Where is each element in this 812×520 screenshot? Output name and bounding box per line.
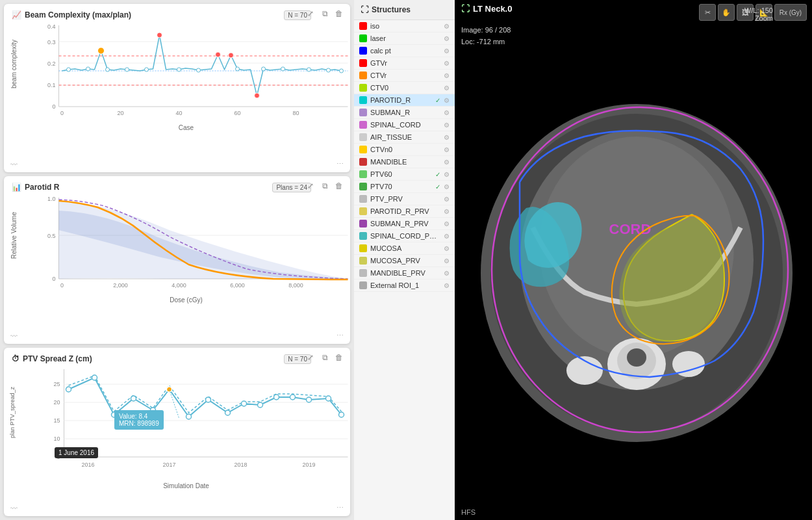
structure-ctvr[interactable]: CTVr ⚙: [354, 70, 455, 82]
gear-icon-laser[interactable]: ⚙: [444, 35, 450, 42]
copy-icon-2[interactable]: ⧉: [319, 181, 331, 190]
delete-icon-2[interactable]: 🗑: [333, 181, 345, 190]
structure-parotid-r[interactable]: PAROTID_R ✓ ⚙: [354, 94, 455, 107]
ct-image-container: CORD: [455, 0, 812, 520]
svg-text:0.3: 0.3: [47, 39, 56, 46]
ptv-spread-ylabel: plan PTV_spread_z: [9, 387, 16, 438]
gear-icon-calcpt[interactable]: ⚙: [444, 47, 450, 55]
ct-bottom-label: HFS: [461, 508, 476, 516]
svg-point-61: [225, 410, 231, 415]
structure-gtvr[interactable]: GTVr ⚙: [354, 57, 455, 70]
svg-text:25: 25: [53, 381, 60, 387]
gear-icon-mucosa[interactable]: ⚙: [444, 245, 450, 252]
structure-color-spinal-cord: [359, 121, 367, 129]
structure-laser[interactable]: laser ⚙: [354, 32, 455, 45]
expand-dots-3[interactable]: ⋯: [336, 504, 344, 512]
structure-spinal-cord[interactable]: SPINAL_CORD ⚙: [354, 119, 455, 131]
svg-text:0.1: 0.1: [47, 82, 56, 88]
svg-text:0: 0: [60, 110, 64, 116]
structure-ptv-prv[interactable]: PTV_PRV ⚙: [354, 193, 455, 205]
structure-color-air-tissue: [359, 133, 367, 141]
structure-air-tissue[interactable]: AIR_TISSUE ⚙: [354, 131, 455, 144]
structure-iso[interactable]: iso ⚙: [354, 20, 455, 32]
structure-parotid-r-prv[interactable]: PAROTID_R_PRV ⚙: [354, 205, 455, 218]
ptv-spread-chart: 5 10 15 20 25 2016 2017 2018 2019: [30, 366, 361, 476]
svg-text:80: 80: [292, 110, 299, 116]
svg-text:1.0: 1.0: [47, 196, 56, 202]
copy-icon[interactable]: ⧉: [319, 9, 331, 18]
structure-spinal-cord-prv3[interactable]: SPINAL_CORD_PRV3 ⚙: [354, 230, 455, 242]
gear-icon-ptv60[interactable]: ⚙: [444, 171, 450, 178]
svg-text:0.5: 0.5: [47, 233, 56, 239]
structures-list[interactable]: iso ⚙ laser ⚙ calc pt ⚙ GTVr ⚙ CTVr: [354, 20, 455, 520]
copy-icon-3[interactable]: ⧉: [319, 353, 331, 362]
structure-calcpt[interactable]: calc pt ⚙: [354, 45, 455, 57]
structure-subman-r[interactable]: SUBMAN_R ⚙: [354, 107, 455, 119]
expand-dots-1[interactable]: ⋯: [336, 160, 344, 168]
structure-mucosa[interactable]: MUCOSA ⚙: [354, 242, 455, 255]
structure-external-roi[interactable]: External ROI_1 ⚙: [354, 280, 455, 292]
parotid-r-ylabel: Relative Volume: [10, 212, 18, 259]
gear-icon-spinal-cord-prv3[interactable]: ⚙: [444, 233, 450, 240]
structure-ctvn0[interactable]: CTVn0 ⚙: [354, 144, 455, 156]
svg-point-62: [242, 401, 247, 406]
gear-icon-ptv-prv[interactable]: ⚙: [444, 196, 450, 203]
svg-point-67: [326, 396, 331, 401]
structure-ptv60[interactable]: PTV60 ✓ ⚙: [354, 168, 455, 181]
gear-icon-external-roi[interactable]: ⚙: [444, 282, 450, 289]
gear-icon-parotid-r[interactable]: ⚙: [444, 97, 450, 104]
cord-label: CORD: [609, 221, 652, 237]
expand-icon[interactable]: ⤢: [305, 9, 316, 18]
ptv-spread-actions: ⤢ ⧉ 🗑: [305, 353, 345, 362]
ct-viewer[interactable]: ⛶ LT Neck.0 ✂ ✋ 🖼 📐 Rx (Gy) Image: 96 / …: [455, 0, 812, 520]
gear-icon-air-tissue[interactable]: ⚙: [444, 134, 450, 141]
structure-mandible-prv[interactable]: MANDIBLE_PRV ⚙: [354, 267, 455, 280]
structure-color-subman-r-prv: [359, 220, 367, 228]
gear-icon-subman-r-prv[interactable]: ⚙: [444, 220, 450, 228]
beam-complexity-card: 📈 Beam Complexity (max/plan) N = 70 ⤢ ⧉ …: [4, 4, 350, 172]
structure-color-mucosa-prv: [359, 257, 367, 265]
svg-text:20: 20: [117, 110, 123, 116]
tool-cursor[interactable]: ✂: [699, 4, 716, 21]
wave-icon-2: 〰: [10, 332, 18, 340]
delete-icon[interactable]: 🗑: [333, 9, 345, 18]
svg-point-13: [67, 68, 71, 72]
gear-icon-ctv0[interactable]: ⚙: [444, 84, 450, 92]
structure-subman-r-prv[interactable]: SUBMAN_R_PRV ⚙: [354, 218, 455, 230]
tool-pan[interactable]: ✋: [718, 4, 735, 21]
gear-icon-subman-r[interactable]: ⚙: [444, 109, 450, 116]
svg-point-66: [307, 397, 312, 402]
gear-icon-ctvr[interactable]: ⚙: [444, 72, 450, 79]
ct-icon: ⛶: [461, 4, 470, 14]
delete-icon-3[interactable]: 🗑: [333, 353, 345, 362]
svg-text:20: 20: [53, 399, 60, 406]
expand-icon-2[interactable]: ⤢: [305, 181, 316, 190]
svg-text:6,000: 6,000: [230, 282, 245, 289]
gear-icon-mandible-prv[interactable]: ⚙: [444, 270, 450, 277]
gear-icon-ctvn0[interactable]: ⚙: [444, 146, 450, 153]
gear-icon-mucosa-prv[interactable]: ⚙: [444, 257, 450, 265]
expand-icon-3[interactable]: ⤢: [305, 353, 316, 362]
ct-wl-info: W/L: 150 Zoom: [744, 6, 773, 22]
structure-ctv0[interactable]: CTV0 ⚙: [354, 82, 455, 94]
left-panel: 📈 Beam Complexity (max/plan) N = 70 ⤢ ⧉ …: [0, 0, 354, 520]
wave-icon-3: 〰: [10, 504, 18, 512]
structure-ptv70[interactable]: PTV70 ✓ ⚙: [354, 181, 455, 193]
svg-text:0.4: 0.4: [47, 23, 56, 30]
gear-icon-ptv70[interactable]: ⚙: [444, 183, 450, 190]
structure-color-mandible: [359, 158, 367, 166]
gear-icon-gtvr[interactable]: ⚙: [444, 60, 450, 67]
gear-icon-iso[interactable]: ⚙: [444, 23, 450, 30]
structures-sidebar: ⛶ Structures iso ⚙ laser ⚙ calc pt ⚙ GTV…: [354, 0, 455, 520]
svg-point-86: [627, 348, 646, 367]
structure-mucosa-prv[interactable]: MUCOSA_PRV ⚙: [354, 255, 455, 267]
expand-dots-2[interactable]: ⋯: [336, 332, 344, 340]
structure-mandible[interactable]: MANDIBLE ⚙: [354, 156, 455, 168]
svg-point-56: [131, 396, 136, 401]
gear-icon-parotid-r-prv[interactable]: ⚙: [444, 208, 450, 215]
tool-rx[interactable]: Rx (Gy): [774, 4, 807, 21]
gear-icon-spinal-cord[interactable]: ⚙: [444, 122, 450, 129]
beam-complexity-ylabel: beam complexity: [10, 40, 18, 88]
ptv-spread-xlabel: Simulation Date: [30, 482, 342, 489]
gear-icon-mandible[interactable]: ⚙: [444, 159, 450, 166]
